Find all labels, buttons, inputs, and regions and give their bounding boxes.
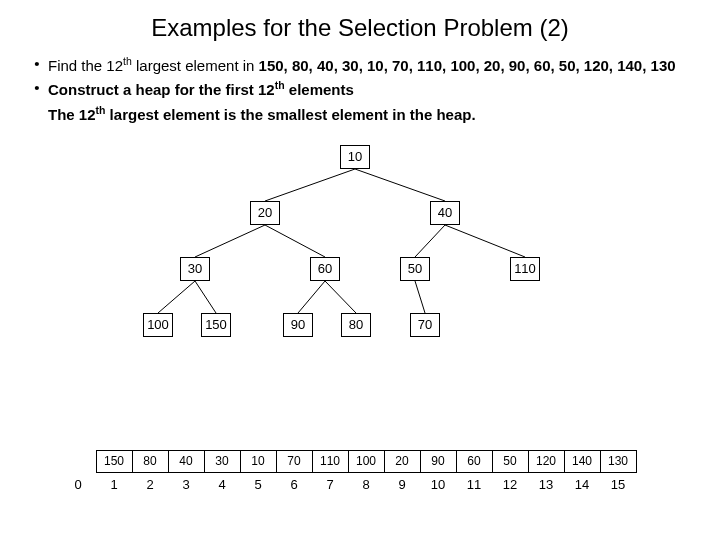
array-cell: 90 <box>420 450 456 472</box>
array-index: 7 <box>312 472 348 494</box>
page-title: Examples for the Selection Problem (2) <box>0 14 720 42</box>
array-index: 0 <box>60 472 96 494</box>
heap-node: 60 <box>310 257 340 281</box>
svg-line-6 <box>158 281 195 313</box>
b3-post: largest element is the smallest element … <box>105 106 475 123</box>
svg-line-9 <box>325 281 356 313</box>
heap-node: 150 <box>201 313 231 337</box>
array-cell: 40 <box>168 450 204 472</box>
svg-line-2 <box>195 225 265 257</box>
array-index: 2 <box>132 472 168 494</box>
array-index: 15 <box>600 472 636 494</box>
b1-sup: th <box>123 55 132 67</box>
array-cell: 80 <box>132 450 168 472</box>
array-index: 12 <box>492 472 528 494</box>
array-cell: 70 <box>276 450 312 472</box>
bullet-3-text: The 12th largest element is the smallest… <box>48 103 694 125</box>
b1-list: 150, 80, 40, 30, 10, 70, 110, 100, 20, 9… <box>259 57 676 74</box>
array-cell: 150 <box>96 450 132 472</box>
bullet-1-text: Find the 12th largest element in 150, 80… <box>48 54 694 76</box>
array-index: 6 <box>276 472 312 494</box>
array-index: 13 <box>528 472 564 494</box>
heap-node: 50 <box>400 257 430 281</box>
array-index: 10 <box>420 472 456 494</box>
svg-line-1 <box>355 169 445 201</box>
svg-line-7 <box>195 281 216 313</box>
bullet-2: • Construct a heap for the first 12th el… <box>26 78 694 100</box>
array-cell: 100 <box>348 450 384 472</box>
svg-line-4 <box>415 225 445 257</box>
b2-pre: Construct a heap for the first 12 <box>48 81 275 98</box>
tree-edges <box>0 135 720 375</box>
heap-tree: 10 20 40 30 60 50 110 100 150 90 80 70 <box>0 135 720 375</box>
array-index: 1 <box>96 472 132 494</box>
array-index-row: 0 1 2 3 4 5 6 7 8 9 10 11 12 13 14 15 <box>60 472 636 494</box>
array-cells-row: 150 80 40 30 10 70 110 100 20 90 60 50 1… <box>60 450 636 472</box>
heap-node: 10 <box>340 145 370 169</box>
array-cell: 10 <box>240 450 276 472</box>
heap-node: 110 <box>510 257 540 281</box>
array-empty-cell <box>60 450 96 472</box>
svg-line-0 <box>265 169 355 201</box>
bullet-1: • Find the 12th largest element in 150, … <box>26 54 694 76</box>
bullet-list: • Find the 12th largest element in 150, … <box>26 54 694 125</box>
b1-pre: Find the 12 <box>48 57 123 74</box>
heap-node: 30 <box>180 257 210 281</box>
array-index: 14 <box>564 472 600 494</box>
svg-line-8 <box>298 281 325 313</box>
svg-line-10 <box>415 281 425 313</box>
bullet-3: The 12th largest element is the smallest… <box>26 103 694 125</box>
array-cell: 60 <box>456 450 492 472</box>
array-index: 3 <box>168 472 204 494</box>
heap-node: 70 <box>410 313 440 337</box>
array-index: 5 <box>240 472 276 494</box>
bullet-dot-empty <box>26 103 48 125</box>
array-cell: 110 <box>312 450 348 472</box>
heap-node: 90 <box>283 313 313 337</box>
array-cell: 130 <box>600 450 636 472</box>
bullet-dot: • <box>26 54 48 76</box>
array-index: 9 <box>384 472 420 494</box>
b2-post: elements <box>285 81 354 98</box>
b1-post: largest element in <box>132 57 259 74</box>
b3-sup: th <box>96 104 106 116</box>
b2-sup: th <box>275 79 285 91</box>
array-index: 4 <box>204 472 240 494</box>
array-block: 150 80 40 30 10 70 110 100 20 90 60 50 1… <box>60 450 637 495</box>
b3-pre: The 12 <box>48 106 96 123</box>
array-index: 8 <box>348 472 384 494</box>
heap-node: 100 <box>143 313 173 337</box>
array-index: 11 <box>456 472 492 494</box>
array-cell: 50 <box>492 450 528 472</box>
svg-line-5 <box>445 225 525 257</box>
array-cell: 20 <box>384 450 420 472</box>
array-table: 150 80 40 30 10 70 110 100 20 90 60 50 1… <box>60 450 637 495</box>
heap-node: 20 <box>250 201 280 225</box>
bullet-dot: • <box>26 78 48 100</box>
heap-node: 80 <box>341 313 371 337</box>
bullet-2-text: Construct a heap for the first 12th elem… <box>48 78 694 100</box>
array-cell: 120 <box>528 450 564 472</box>
svg-line-3 <box>265 225 325 257</box>
heap-node: 40 <box>430 201 460 225</box>
array-cell: 140 <box>564 450 600 472</box>
array-cell: 30 <box>204 450 240 472</box>
